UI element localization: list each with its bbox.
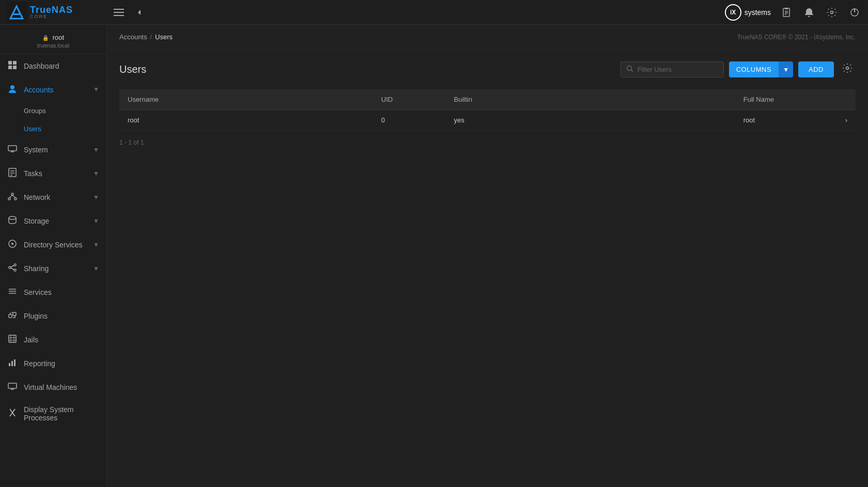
sharing-arrow-icon: ▼ [93,265,99,272]
svg-rect-43 [13,312,16,316]
svg-point-11 [831,11,833,13]
topbar-controls [110,5,148,20]
sidebar-item-groups[interactable]: Groups [0,102,106,120]
back-button[interactable] [131,6,148,19]
storage-arrow-icon: ▼ [93,217,99,225]
svg-point-28 [14,198,17,200]
sidebar-item-virtual-machines[interactable]: Virtual Machines [0,375,106,399]
users-table: Username UID Builtin Full Name root 0 ye… [119,89,856,131]
cell-builtin: yes [446,110,735,131]
svg-rect-42 [9,315,12,318]
tasks-arrow-icon: ▼ [93,170,99,177]
sidebar-item-dashboard[interactable]: Dashboard [0,54,106,78]
sidebar-label-directory-services: Directory Services [24,241,87,249]
directory-services-arrow-icon: ▼ [93,241,99,248]
col-header-username: Username [119,89,373,110]
svg-rect-19 [8,146,17,151]
svg-rect-5 [114,15,124,16]
cell-fullname: root [735,110,837,131]
svg-point-57 [627,66,631,71]
sidebar-item-system[interactable]: System ▼ [0,138,106,162]
sidebar-label-sharing: Sharing [24,264,87,273]
sidebar-label-network: Network [24,193,87,201]
truenas-logo-icon [6,2,27,23]
svg-rect-51 [14,359,16,366]
svg-rect-44 [9,335,16,342]
svg-rect-4 [114,12,124,13]
main-layout: 🔒 root truenas.local Dashboard Accounts … [0,25,868,487]
breadcrumb: Accounts / Users TrueNAS CORE® © 2021 - … [107,25,868,50]
sidebar-item-storage[interactable]: Storage ▼ [0,209,106,233]
svg-point-33 [11,243,13,245]
svg-point-27 [8,198,10,200]
system-icon [7,144,18,155]
notifications-button[interactable] [802,5,816,20]
topbar-right: iX systems [725,4,862,21]
svg-point-35 [9,266,11,269]
ix-logo: iX systems [725,4,771,21]
svg-rect-49 [9,363,10,366]
svg-line-38 [11,268,14,270]
clipboard-button[interactable] [779,5,794,20]
add-button[interactable]: ADD [798,61,834,77]
svg-line-58 [631,70,633,72]
sidebar-item-plugins[interactable]: Plugins [0,304,106,328]
sidebar-item-sharing[interactable]: Sharing ▼ [0,257,106,280]
logo-sub: CORE [30,14,73,19]
search-input[interactable] [638,66,718,73]
pagination-info: 1 - 1 of 1 [119,139,856,146]
sidebar-item-tasks[interactable]: Tasks ▼ [0,162,106,185]
tasks-icon [7,168,18,179]
sidebar-item-reporting[interactable]: Reporting [0,352,106,375]
svg-point-31 [9,216,16,219]
sidebar-label-jails: Jails [24,336,99,344]
hamburger-button[interactable] [110,5,128,20]
page-title: Users [119,64,146,75]
breadcrumb-parent[interactable]: Accounts [119,33,147,41]
settings-topbar-button[interactable] [825,5,839,20]
sidebar-label-tasks: Tasks [24,169,87,178]
page-actions: COLUMNS ▼ ADD [621,60,856,79]
cell-uid: 0 [373,110,446,131]
search-icon [626,65,633,74]
accounts-icon [7,84,18,96]
sidebar-item-jails[interactable]: Jails [0,328,106,352]
sidebar-item-services[interactable]: Services [0,280,106,304]
sidebar-label-plugins: Plugins [24,312,99,320]
svg-line-37 [11,265,14,267]
sidebar: 🔒 root truenas.local Dashboard Accounts … [0,25,107,487]
columns-dropdown-button[interactable]: ▼ [779,61,793,77]
sidebar-label-virtual-machines: Virtual Machines [24,383,99,391]
table-settings-button[interactable] [839,60,856,79]
svg-rect-17 [13,66,17,69]
sidebar-item-directory-services[interactable]: Directory Services ▼ [0,233,106,257]
table-row: root 0 yes root › [119,110,856,131]
network-arrow-icon: ▼ [93,194,99,201]
columns-button[interactable]: COLUMNS [729,61,779,77]
sidebar-label-reporting: Reporting [24,359,99,368]
sidebar-item-users[interactable]: Users [0,120,106,138]
logo-brand: TrueNAS [30,5,73,14]
col-header-builtin: Builtin [446,89,735,110]
dashboard-icon [7,60,18,72]
topbar: TrueNAS CORE iX systems [0,0,868,25]
power-button[interactable] [847,5,862,20]
sidebar-username: root [53,34,64,41]
sidebar-label-users: Users [24,125,41,133]
user-section: 🔒 root truenas.local [0,25,106,54]
col-header-uid: UID [373,89,446,110]
search-box [621,61,724,77]
col-header-action [837,89,856,110]
ix-brand: systems [745,8,771,17]
sidebar-item-accounts[interactable]: Accounts ▲ [0,78,106,102]
svg-point-59 [846,67,849,70]
breadcrumb-copyright: TrueNAS CORE® © 2021 - iXsystems, Inc. [737,34,856,41]
sidebar-item-display-system-processes[interactable]: Display System Processes [0,399,106,428]
sidebar-item-network[interactable]: Network ▼ [0,185,106,209]
sidebar-label-display-system-processes: Display System Processes [24,405,99,422]
svg-rect-2 [13,13,20,15]
svg-line-29 [9,195,12,198]
cell-username: root [119,110,373,131]
sidebar-label-accounts: Accounts [24,86,87,94]
cell-action[interactable]: › [837,110,856,131]
